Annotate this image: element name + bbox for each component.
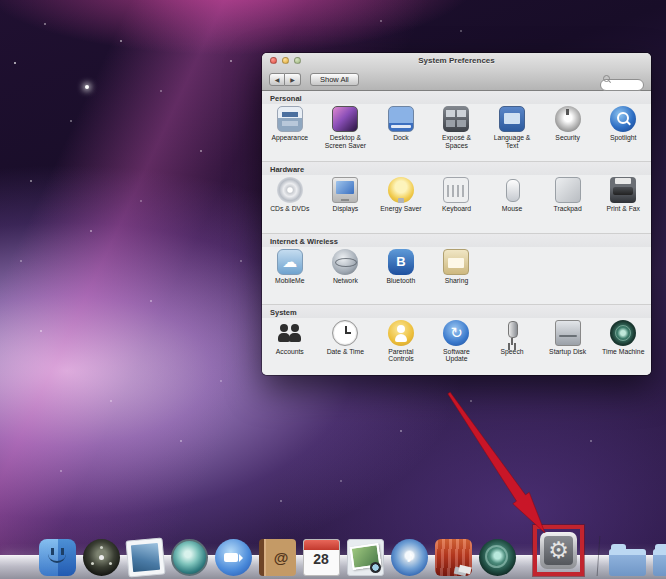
section-header-hardware: Hardware [262,162,651,175]
sharing-icon [443,249,469,275]
forward-button[interactable]: ▶ [285,73,301,86]
pref-item-label: Software Update [433,348,479,363]
pref-item-label: Security [545,134,591,142]
section-hardware: HardwareCDs & DVDsDisplaysEnergy SaverKe… [262,161,651,232]
pref-item-language-text[interactable]: Language & Text [484,106,540,149]
dock-icon [388,106,414,132]
print-icon [610,177,636,203]
timemachine-icon [610,320,636,346]
pref-item-bluetooth[interactable]: Bluetooth [373,249,429,285]
pref-item-date-time[interactable]: Date & Time [318,320,374,363]
network-icon [332,249,358,275]
minimize-button[interactable] [282,57,289,64]
pref-item-keyboard[interactable]: Keyboard [429,177,485,213]
dock-icon-ical[interactable]: 28 [303,539,340,576]
dock-icon-system-preferences[interactable] [540,532,577,569]
pref-item-software-update[interactable]: Software Update [429,320,485,363]
dock-icon-dashboard[interactable] [83,539,120,576]
dock-highlight-box [533,525,584,576]
system-preferences-window: System Preferences ◀ ▶ Show All Personal… [262,53,651,375]
pref-item-dock[interactable]: Dock [373,106,429,149]
datetime-icon [332,320,358,346]
pref-item-print-fax[interactable]: Print & Fax [595,177,651,213]
search-field-wrap [600,73,644,85]
pref-item-energy-saver[interactable]: Energy Saver [373,177,429,213]
pref-item-desktop-screen-saver[interactable]: Desktop & Screen Saver [318,106,374,149]
window-title: System Preferences [262,53,651,68]
pref-item-parental-controls[interactable]: Parental Controls [373,320,429,363]
dock-icon-time-machine[interactable] [479,539,516,576]
pref-item-label: Appearance [267,134,313,142]
pref-item-security[interactable]: Security [540,106,596,149]
section-row: AppearanceDesktop & Screen SaverDockExpo… [262,104,651,149]
bluetooth-icon [388,249,414,275]
pref-item-sharing[interactable]: Sharing [429,249,485,285]
pref-item-time-machine[interactable]: Time Machine [595,320,651,363]
section-header-personal: Personal [262,91,651,104]
pref-item-label: Keyboard [433,205,479,213]
pref-item-mouse[interactable]: Mouse [484,177,540,213]
pref-item-trackpad[interactable]: Trackpad [540,177,596,213]
pref-item-label: Network [322,277,368,285]
pref-item-label: Bluetooth [378,277,424,285]
nav-buttons: ◀ ▶ [269,73,301,86]
dock-icon-itunes[interactable] [391,539,428,576]
pref-item-label: Displays [322,205,368,213]
desktop-icon [332,106,358,132]
mobileme-icon [277,249,303,275]
pref-item-label: Language & Text [489,134,535,149]
dock-icon-finder[interactable] [39,539,76,576]
displays-icon [332,177,358,203]
dock-icon-address-book[interactable] [259,539,296,576]
spotlight-icon [610,106,636,132]
zoom-button[interactable] [294,57,301,64]
pref-item-appearance[interactable]: Appearance [262,106,318,149]
dock-icon-downloads[interactable] [653,549,666,576]
parental-icon [388,320,414,346]
dock-icon-photo-booth[interactable] [435,539,472,576]
pref-item-displays[interactable]: Displays [318,177,374,213]
pref-item-spotlight[interactable]: Spotlight [595,106,651,149]
pref-item-cds-dvds[interactable]: CDs & DVDs [262,177,318,213]
pref-item-label: Startup Disk [545,348,591,356]
pref-item-label: Date & Time [322,348,368,356]
show-all-button[interactable]: Show All [310,73,359,86]
pref-item-label: Mouse [489,205,535,213]
pref-item-label: Sharing [433,277,479,285]
dock-icon-documents[interactable] [609,549,646,576]
section-system: SystemAccountsDate & TimeParental Contro… [262,304,651,375]
speech-icon [499,320,525,346]
appearance-icon [277,106,303,132]
pref-item-expos-spaces[interactable]: Exposé & Spaces [429,106,485,149]
dock-separator [597,536,601,576]
pref-item-label: Desktop & Screen Saver [322,134,368,149]
pref-item-label: Speech [489,348,535,356]
pref-item-label: CDs & DVDs [267,205,313,213]
security-icon [555,106,581,132]
software-icon [443,320,469,346]
dock-icon-preview[interactable] [347,539,384,576]
dock: 28 [0,525,666,576]
dock-icon-ichat[interactable] [215,539,252,576]
ical-date: 28 [304,551,339,567]
cds-icon [277,177,303,203]
pref-item-startup-disk[interactable]: Startup Disk [540,320,596,363]
pref-item-label: Parental Controls [378,348,424,363]
toolbar: ◀ ▶ Show All [262,68,651,90]
traffic-lights [270,57,301,64]
pref-item-label: Spotlight [600,134,646,142]
section-row: CDs & DVDsDisplaysEnergy SaverKeyboardMo… [262,175,651,213]
pref-item-network[interactable]: Network [318,249,374,285]
pref-item-accounts[interactable]: Accounts [262,320,318,363]
dock-icon-mail[interactable] [125,537,165,577]
pref-item-speech[interactable]: Speech [484,320,540,363]
titlebar[interactable]: System Preferences [262,53,651,68]
keyboard-icon [443,177,469,203]
back-button[interactable]: ◀ [269,73,285,86]
close-button[interactable] [270,57,277,64]
section-personal: PersonalAppearanceDesktop & Screen Saver… [262,91,651,161]
dock-icon-safari[interactable] [171,539,208,576]
pref-item-label: Time Machine [600,348,646,356]
startup-icon [555,320,581,346]
pref-item-mobileme[interactable]: MobileMe [262,249,318,285]
